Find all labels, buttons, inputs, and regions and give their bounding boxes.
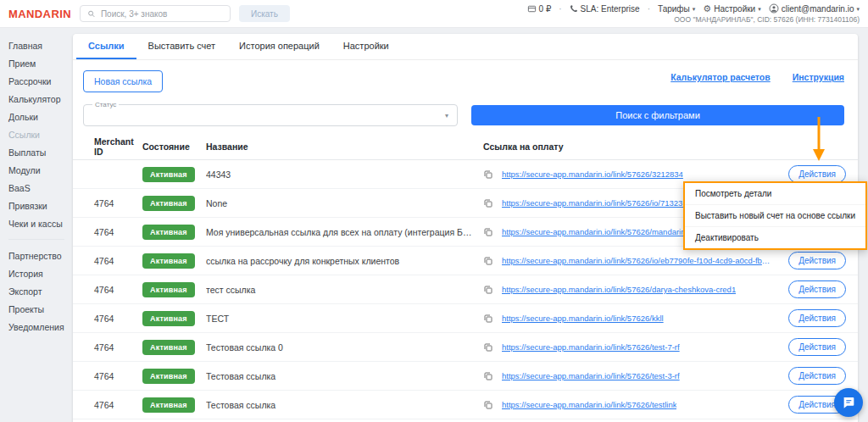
search-box[interactable]: [80, 5, 231, 22]
sidebar-item-glavnaya[interactable]: Главная: [8, 36, 73, 54]
sidebar-item-proekty[interactable]: Проекты: [8, 300, 73, 318]
dropdown-menu-item[interactable]: Выставить новый счет на основе ссылки: [685, 204, 865, 226]
cell-status: Активная: [142, 340, 206, 355]
status-badge: Активная: [142, 397, 195, 413]
cell-name: ссылка на рассрочку для конкретных клиен…: [206, 256, 483, 266]
cell-name: Тестовая ссылка: [206, 400, 483, 410]
actions-button[interactable]: Действия: [788, 338, 846, 356]
calculator-link[interactable]: Калькулятор расчетов: [670, 72, 771, 82]
payment-link[interactable]: https://secure-app.mandarin.io/link/5762…: [502, 342, 680, 352]
copy-icon[interactable]: [483, 400, 493, 410]
actions-button[interactable]: Действия: [788, 165, 846, 183]
table-header-row: Merchant ID Состояние Название Ссылка на…: [73, 133, 858, 160]
chat-icon: [842, 396, 855, 409]
payment-link[interactable]: https://secure-app.mandarin.io/link/5762…: [502, 227, 700, 236]
logo[interactable]: MANDARIN: [8, 8, 71, 20]
table-row: 4764 Активная ТЕСТ https://secure-app.ma…: [73, 304, 858, 333]
cell-merchant-id: 4764: [94, 371, 142, 381]
filter-search-button[interactable]: Поиск с фильтрами: [471, 105, 844, 125]
tab-nastroyki[interactable]: Настройки: [331, 34, 401, 59]
sidebar-item-vyplaty[interactable]: Выплаты: [8, 143, 73, 161]
header-payment-link: Ссылка на оплату: [483, 142, 773, 152]
payment-link[interactable]: https://secure-app.mandarin.io/link/5762…: [502, 256, 773, 265]
copy-icon[interactable]: [483, 198, 493, 208]
cell-payment-link: https://secure-app.mandarin.io/link/5762…: [483, 256, 773, 266]
payment-link[interactable]: https://secure-app.mandarin.io/link/5762…: [502, 169, 683, 179]
header-status: Состояние: [142, 142, 206, 152]
sla-status[interactable]: SLA: Enterprise: [570, 4, 640, 14]
cell-merchant-id: 4764: [94, 314, 142, 324]
status-select-label: Статус: [92, 101, 119, 108]
status-badge: Активная: [142, 196, 195, 211]
payment-link[interactable]: https://secure-app.mandarin.io/link/5762…: [502, 400, 676, 409]
tariffs-label: Тарифы: [658, 4, 690, 14]
cell-name: None: [206, 198, 483, 208]
account-menu[interactable]: client@mandarin.io: [769, 3, 860, 14]
sidebar-item-privyazki[interactable]: Привязки: [8, 197, 73, 214]
status-badge: Активная: [142, 369, 195, 384]
copy-icon[interactable]: [483, 256, 493, 266]
sidebar-item-ssylki[interactable]: Ссылки: [8, 125, 73, 143]
sidebar-item-dolki[interactable]: Дольки: [8, 108, 73, 125]
search-input[interactable]: [101, 9, 223, 19]
cell-actions: Действия: [773, 309, 846, 327]
payment-link[interactable]: https://secure-app.mandarin.io/link/5762…: [502, 314, 664, 323]
header-merchant-id: Merchant ID: [94, 136, 142, 157]
payment-link[interactable]: https://secure-app.mandarin.io/link/5762…: [502, 371, 680, 380]
new-link-button[interactable]: Новая ссылка: [83, 70, 163, 92]
settings-label: Настройки: [714, 4, 755, 14]
sidebar-item-rassrochki[interactable]: Рассрочки: [8, 72, 73, 90]
cell-payment-link: https://secure-app.mandarin.io/link/5762…: [483, 314, 773, 324]
dropdown-menu-item[interactable]: Деактивировать: [685, 226, 865, 248]
sidebar-item-istoriya[interactable]: История: [8, 264, 73, 282]
sidebar-item-uvedomleniya[interactable]: Уведомления: [8, 318, 73, 336]
copy-icon[interactable]: [483, 227, 493, 237]
instruction-link[interactable]: Инструкция: [793, 72, 844, 82]
actions-button[interactable]: Действия: [788, 252, 846, 269]
table-row: 4764 Активная ссылка на рассрочку для ко…: [73, 247, 858, 275]
status-select[interactable]: Статус: [83, 104, 458, 126]
tabs: СсылкиВыставить счетИстория операцийНаст…: [73, 34, 858, 60]
sidebar-item-kalkulyator[interactable]: Калькулятор: [8, 90, 73, 108]
search-button[interactable]: Искать: [239, 5, 290, 22]
wallet-icon: [527, 4, 537, 14]
sidebar-item-cheki-i-kassy[interactable]: Чеки и кассы: [8, 214, 73, 232]
tab-vystavit-schet[interactable]: Выставить счет: [136, 34, 228, 59]
payment-link[interactable]: https://secure-app.mandarin.io/link/5762…: [502, 285, 736, 294]
sidebar-item-priem[interactable]: Прием: [8, 54, 73, 72]
table-row: 4764 Активная Тестовая ссылка 0 https://…: [73, 333, 858, 362]
tab-istoriya-operaciy[interactable]: История операций: [227, 34, 331, 59]
actions-button[interactable]: Действия: [788, 280, 846, 298]
copy-icon[interactable]: [483, 285, 493, 295]
copy-icon[interactable]: [483, 169, 493, 180]
copy-icon[interactable]: [483, 314, 493, 324]
cell-merchant-id: 4764: [94, 256, 142, 266]
balance[interactable]: 0 ₽: [527, 4, 552, 14]
cell-status: Активная: [142, 369, 206, 384]
separator-dot: [559, 4, 561, 14]
actions-button[interactable]: Действия: [788, 309, 846, 327]
sidebar-item-eksport[interactable]: Экспорт: [8, 282, 73, 300]
sidebar-item-partnerstvo[interactable]: Партнерство: [8, 247, 73, 264]
status-badge: Активная: [142, 225, 195, 240]
copy-icon[interactable]: [483, 371, 493, 381]
cell-status: Активная: [142, 282, 206, 297]
dropdown-menu-item[interactable]: Посмотреть детали: [685, 183, 865, 204]
chevron-down-icon: [856, 6, 860, 12]
tariffs-menu[interactable]: Тарифы: [658, 4, 695, 14]
sidebar-item-baas[interactable]: BaaS: [8, 179, 73, 197]
cell-status: Активная: [142, 397, 206, 413]
settings-menu[interactable]: Настройки: [703, 4, 760, 14]
tab-ssylki[interactable]: Ссылки: [76, 34, 136, 59]
cell-actions: Действия: [773, 165, 846, 183]
table-row: 4764 Активная тест ссылка https://secure…: [73, 275, 858, 304]
gear-icon: [703, 4, 711, 14]
copy-icon[interactable]: [483, 342, 493, 353]
cell-name: Тестовая ссылка: [206, 371, 483, 381]
actions-button[interactable]: Действия: [788, 367, 846, 385]
cell-name: тест ссылка: [206, 285, 483, 295]
cell-status: Активная: [142, 196, 206, 211]
sidebar-item-moduli[interactable]: Модули: [8, 161, 73, 179]
cell-status: Активная: [142, 253, 206, 269]
chat-button[interactable]: [834, 388, 863, 417]
